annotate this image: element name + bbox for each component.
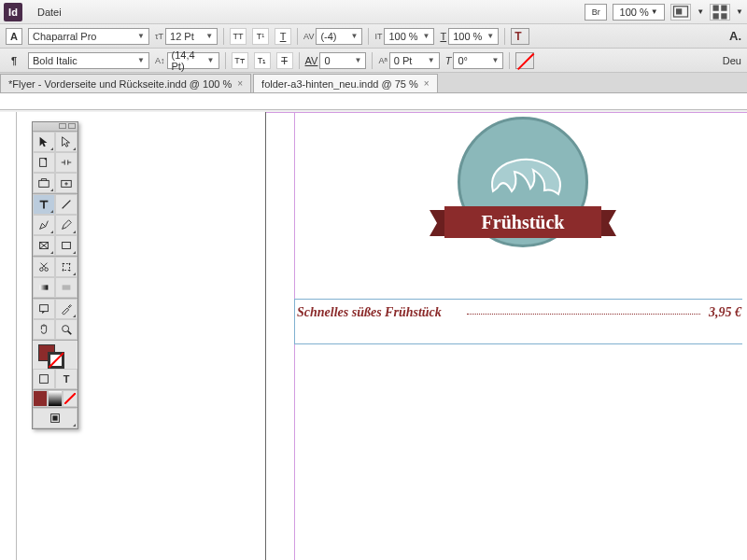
baseline-dropdown[interactable]: 0 Pt▼ (389, 52, 440, 69)
text-frame-edge (294, 343, 742, 344)
vertical-ruler[interactable] (0, 112, 17, 560)
close-icon[interactable]: × (424, 78, 430, 89)
gradient-swatch-tool[interactable] (33, 277, 55, 298)
tracking-dropdown[interactable]: 0▼ (319, 52, 366, 69)
tracking-icon: AV (305, 55, 318, 66)
svg-rect-2 (713, 5, 719, 10)
type-tool[interactable] (33, 194, 55, 215)
paragraph-formatting-button[interactable]: ¶ (6, 52, 22, 69)
pen-tool[interactable] (33, 215, 55, 235)
kerning-dropdown[interactable]: (-4)▼ (316, 28, 362, 45)
language-label: Deu (723, 55, 741, 66)
text-frame-edge (294, 299, 295, 343)
control-panel-row1: A Chaparral Pro▼ τT12 Pt▼ TT T¹ T AV(-4)… (0, 24, 747, 49)
underline-button[interactable]: T (275, 28, 291, 45)
rectangle-tool[interactable] (55, 235, 78, 256)
apply-gradient-button[interactable] (48, 390, 63, 407)
svg-point-14 (40, 268, 44, 272)
document-tab[interactable]: *Flyer - Vorderseite und Rückseite.indd … (0, 74, 251, 92)
direct-selection-tool[interactable] (55, 132, 78, 152)
zoom-level[interactable]: 100 %▼ (613, 4, 665, 21)
vscale-dropdown[interactable]: 100 %▼ (384, 28, 434, 45)
zoom-tool[interactable] (55, 319, 78, 340)
horizontal-ruler[interactable] (0, 93, 747, 110)
menu-item-price[interactable]: 3,95 € (709, 305, 741, 320)
badge-graphic: Frühstück (430, 117, 616, 285)
screen-mode-button[interactable] (670, 4, 691, 21)
pencil-tool[interactable] (55, 215, 78, 235)
stroke-swatch[interactable] (515, 52, 534, 69)
font-style-dropdown[interactable]: Bold Italic▼ (28, 52, 149, 69)
line-tool[interactable] (55, 194, 78, 215)
formatting-container-button[interactable] (33, 369, 55, 389)
svg-rect-26 (40, 375, 49, 384)
svg-rect-5 (721, 13, 726, 19)
leading-dropdown[interactable]: (14,4 Pt)▼ (167, 52, 219, 69)
all-caps-button[interactable]: TT (230, 28, 247, 45)
document-tabs: *Flyer - Vorderseite und Rückseite.indd … (0, 73, 747, 93)
font-family-dropdown[interactable]: Chaparral Pro▼ (28, 28, 149, 45)
selection-tool[interactable] (33, 132, 55, 152)
superscript-button[interactable]: T¹ (252, 28, 269, 45)
app-logo: Id (4, 3, 22, 21)
note-tool[interactable] (33, 299, 55, 319)
small-caps-button[interactable]: Tᴛ (232, 52, 248, 69)
document-tab[interactable]: folder-a3-hinten_neu.indd @ 75 %× (253, 74, 438, 92)
margin-guide (266, 112, 747, 113)
svg-point-15 (45, 268, 49, 272)
canvas[interactable]: Frühstück Schnelles süßes Frühstück 3,95… (17, 112, 747, 560)
fill-swatch[interactable]: T (511, 28, 529, 45)
svg-rect-29 (52, 415, 57, 420)
hscale-dropdown[interactable]: 100 %▼ (448, 28, 499, 45)
bridge-button[interactable]: Br (585, 4, 607, 21)
apply-color-button[interactable] (33, 390, 48, 407)
eyedropper-tool[interactable] (55, 299, 78, 319)
apply-none-button[interactable] (63, 390, 78, 407)
hand-tool[interactable] (33, 319, 55, 340)
fill-stroke-proxy[interactable] (33, 341, 78, 369)
formatting-text-button[interactable]: T (55, 369, 78, 389)
free-transform-tool[interactable] (55, 257, 78, 277)
close-icon[interactable]: × (237, 78, 243, 89)
svg-point-24 (63, 326, 69, 332)
svg-rect-13 (63, 243, 71, 249)
character-panel-icon[interactable]: A. (729, 29, 741, 43)
menu-datei[interactable]: Datei (30, 3, 69, 21)
view-mode-button[interactable] (33, 408, 78, 428)
arrange-button[interactable] (710, 4, 730, 21)
gradient-feather-tool[interactable] (55, 277, 78, 298)
font-size-dropdown[interactable]: 12 Pt▼ (165, 28, 218, 45)
baseline-icon: Aª (378, 56, 387, 65)
skew-icon: T (445, 55, 452, 66)
svg-line-27 (64, 393, 76, 404)
svg-point-18 (69, 263, 71, 265)
strikethrough-button[interactable]: T (276, 52, 293, 69)
font-size-icon: τT (155, 32, 163, 41)
content-collector-tool[interactable] (33, 173, 55, 193)
content-placer-tool[interactable] (55, 173, 78, 193)
hscale-icon: T (440, 31, 446, 42)
svg-rect-3 (721, 5, 726, 10)
vscale-icon: IT (374, 32, 382, 41)
text-frame-edge (294, 299, 742, 300)
croissant-icon (479, 149, 572, 215)
rectangle-frame-tool[interactable] (33, 235, 55, 256)
character-formatting-button[interactable]: A (6, 28, 22, 45)
scissors-tool[interactable] (33, 257, 55, 277)
svg-point-17 (63, 263, 64, 265)
page-tool[interactable] (33, 152, 55, 173)
svg-rect-1 (676, 8, 682, 14)
gap-tool[interactable] (55, 152, 78, 173)
subscript-button[interactable]: T₁ (254, 52, 271, 69)
svg-point-19 (63, 270, 64, 272)
menu-bar: Id Datei Br 100 %▼ ▼ ▼ (0, 0, 747, 24)
svg-rect-16 (63, 264, 70, 271)
panel-header[interactable] (33, 122, 78, 132)
skew-dropdown[interactable]: 0°▼ (453, 52, 503, 69)
menu-item-heading[interactable]: Schnelles süßes Frühstück (297, 305, 442, 320)
svg-rect-23 (40, 305, 49, 312)
svg-rect-7 (39, 180, 49, 187)
svg-line-9 (63, 201, 71, 209)
tools-panel: T (32, 121, 78, 429)
stroke-color[interactable] (48, 352, 64, 369)
